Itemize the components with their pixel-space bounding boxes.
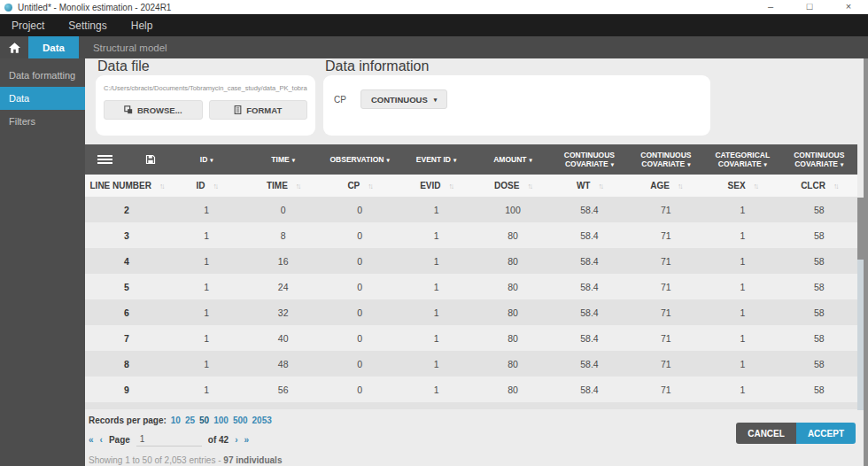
page-input[interactable] — [136, 432, 202, 447]
table-cell: 58.4 — [551, 222, 627, 248]
sort-icon[interactable]: ↑↓ — [448, 182, 453, 190]
sidebar-item-data-formatting[interactable]: Data formatting — [0, 64, 85, 87]
table-cell: 1 — [704, 274, 780, 299]
cp-field-label: CP — [334, 95, 346, 105]
app-logo-icon — [4, 4, 12, 12]
sidebar-item-data[interactable]: Data — [0, 87, 85, 110]
type-header-dropdown[interactable]: AMOUNT▾ — [475, 144, 551, 175]
type-header-dropdown[interactable]: TIME▾ — [244, 144, 321, 175]
maximize-button[interactable]: □ — [790, 0, 829, 14]
sort-icon[interactable]: ↑↓ — [598, 182, 602, 190]
data-file-path: C:/Users/cbracis/Documents/Tobramycin_ca… — [104, 84, 307, 92]
records-option[interactable]: 2053 — [252, 416, 272, 425]
table-cell: 58.4 — [551, 325, 627, 351]
table-cell: 1 — [168, 377, 244, 402]
format-icon — [234, 105, 242, 114]
table-cell: 0 — [244, 197, 321, 222]
table-cell: 80 — [475, 351, 551, 377]
cancel-button[interactable]: CANCEL — [736, 423, 796, 444]
table-cell: 58.4 — [551, 377, 627, 402]
format-button[interactable]: FORMAT — [209, 100, 308, 120]
type-header-row: ID▾TIME▾OBSERVATION▾EVENT ID▾AMOUNT▾CONT… — [85, 144, 857, 175]
type-header-dropdown[interactable]: CONTINUOUS COVARIATE▾ — [551, 144, 627, 175]
content-area: Data file C:/Users/cbracis/Documents/Tob… — [85, 58, 868, 466]
minimize-button[interactable]: – — [751, 0, 790, 14]
sort-icon[interactable]: ↑↓ — [678, 182, 682, 190]
scrollbar-thumb[interactable] — [857, 198, 864, 260]
sidebar-item-filters[interactable]: Filters — [0, 110, 85, 133]
sort-icon[interactable]: ↑↓ — [159, 182, 164, 190]
table-cell: 80 — [475, 248, 551, 274]
table-row: 6132018058.471158 — [85, 299, 857, 325]
type-header-dropdown[interactable]: OBSERVATION▾ — [322, 144, 398, 175]
table-cell: 0 — [322, 377, 398, 402]
menu-project[interactable]: Project — [12, 19, 44, 32]
type-header-dropdown[interactable]: EVENT ID▾ — [398, 144, 474, 175]
type-header-label: AMOUNT▾ — [493, 155, 532, 164]
type-header-dropdown[interactable]: ID▾ — [168, 144, 244, 175]
prev-page-button[interactable]: ‹ — [100, 435, 103, 445]
records-option[interactable]: 10 — [171, 416, 181, 425]
column-header: LINE NUMBER↑↓ — [85, 175, 168, 197]
table-cell: 58.4 — [551, 248, 627, 274]
column-header: SEX↑↓ — [704, 175, 780, 197]
type-header-dropdown[interactable]: CONTINUOUS COVARIATE▾ — [628, 144, 704, 175]
table-cell: 0 — [322, 325, 398, 351]
records-option[interactable]: 25 — [185, 416, 195, 425]
sort-icon[interactable]: ↑↓ — [296, 182, 300, 190]
browse-button[interactable]: BROWSE... — [104, 100, 203, 120]
records-option[interactable]: 50 — [199, 416, 209, 425]
home-button[interactable] — [0, 36, 28, 58]
accept-button[interactable]: ACCEPT — [796, 423, 856, 444]
records-option[interactable]: 500 — [233, 416, 248, 425]
chevron-down-icon: ▾ — [453, 157, 456, 163]
cp-type-dropdown[interactable]: CONTINUOUS ▾ — [360, 89, 447, 109]
table-cell: 1 — [704, 325, 780, 351]
chevron-down-icon: ▾ — [386, 157, 389, 163]
menu-help[interactable]: Help — [131, 19, 153, 32]
line-number-cell: 9 — [85, 377, 168, 402]
table-cell: 71 — [628, 248, 704, 274]
type-header-dropdown[interactable]: CONTINUOUS COVARIATE▾ — [781, 144, 857, 175]
next-page-button[interactable]: › — [235, 435, 237, 445]
tab-structural-model[interactable]: Structural model — [79, 36, 182, 58]
table-cell: 1 — [704, 299, 780, 325]
sort-icon[interactable]: ↑↓ — [754, 182, 758, 190]
type-header-dropdown[interactable]: CATEGORICAL COVARIATE▾ — [704, 144, 780, 175]
sort-icon[interactable]: ↑↓ — [527, 182, 531, 190]
sort-icon[interactable]: ↑↓ — [833, 182, 838, 190]
sort-icon[interactable]: ↑↓ — [213, 182, 217, 190]
data-table: ID▾TIME▾OBSERVATION▾EVENT ID▾AMOUNT▾CONT… — [85, 144, 857, 409]
column-header: ID↑↓ — [168, 175, 244, 197]
line-number-cell: 3 — [85, 222, 168, 248]
records-option[interactable]: 100 — [213, 416, 229, 425]
table-cell: 58.4 — [551, 299, 627, 325]
column-header-label: EVID — [420, 181, 440, 190]
line-number-cell: 7 — [85, 325, 168, 351]
menu-hamburger-icon[interactable] — [97, 155, 112, 165]
table-cell: 58 — [781, 248, 857, 274]
column-header-label: DOSE — [494, 181, 519, 190]
sort-icon[interactable]: ↑↓ — [368, 182, 372, 190]
table-body: 2100110058.471158318018058.4711584116018… — [85, 197, 857, 402]
column-header: DOSE↑↓ — [475, 175, 551, 197]
table-scrollbar[interactable] — [857, 198, 864, 410]
menu-settings[interactable]: Settings — [68, 19, 106, 32]
table-cell: 80 — [475, 299, 551, 325]
save-icon[interactable] — [145, 154, 156, 165]
column-header: TIME↑↓ — [244, 175, 321, 197]
table-cell: 0 — [322, 299, 398, 325]
main-body: Data formatting Data Filters Data file C… — [0, 58, 868, 466]
close-button[interactable]: × — [829, 0, 868, 14]
last-page-button[interactable]: » — [244, 435, 250, 445]
table-cell: 100 — [475, 197, 551, 222]
first-page-button[interactable]: « — [89, 435, 94, 445]
table-cell: 0 — [322, 248, 398, 274]
chevron-down-icon: ▾ — [687, 161, 690, 167]
tab-data[interactable]: Data — [28, 36, 79, 58]
type-header-label: CONTINUOUS COVARIATE▾ — [635, 151, 697, 168]
window-controls: – □ × — [751, 0, 868, 14]
table-cell: 1 — [168, 274, 244, 299]
browse-icon — [124, 105, 133, 114]
window-edge — [864, 58, 868, 466]
